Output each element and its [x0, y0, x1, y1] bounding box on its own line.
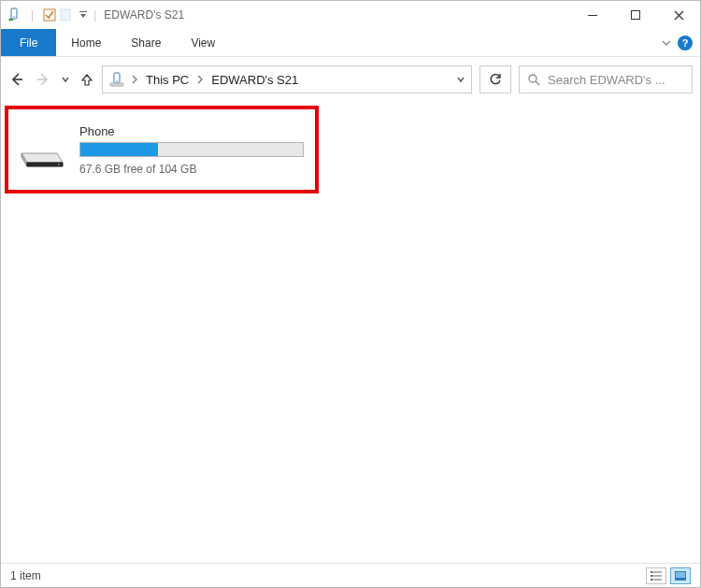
svg-marker-14	[21, 153, 63, 163]
drive-info: Phone 67.6 GB free of 104 GB	[79, 124, 306, 176]
drive-icon	[14, 122, 70, 178]
svg-line-13	[536, 81, 539, 85]
recent-locations-dropdown[interactable]	[61, 75, 70, 84]
storage-bar	[79, 142, 304, 157]
item-count: 1 item	[10, 569, 41, 582]
tab-share[interactable]: Share	[116, 29, 176, 56]
svg-point-10	[116, 80, 118, 82]
location-phone-icon	[108, 71, 125, 88]
search-input[interactable]	[548, 73, 684, 87]
svg-rect-6	[632, 11, 640, 20]
document-icon[interactable]	[60, 8, 71, 22]
svg-rect-11	[110, 83, 123, 86]
divider: |	[31, 8, 34, 22]
navigation-bar: This PC EDWARD's S21	[1, 57, 700, 102]
content-area[interactable]: Phone 67.6 GB free of 104 GB	[1, 102, 700, 563]
svg-point-17	[58, 164, 60, 165]
svg-rect-25	[676, 572, 685, 578]
highlighted-drive-item[interactable]: Phone 67.6 GB free of 104 GB	[5, 106, 319, 194]
maximize-button[interactable]	[614, 1, 657, 29]
breadcrumb-current[interactable]: EDWARD's S21	[209, 73, 300, 87]
view-toggle	[646, 567, 691, 584]
chevron-right-icon[interactable]	[131, 75, 138, 84]
svg-rect-22	[651, 575, 652, 577]
phone-sync-icon	[7, 7, 21, 22]
search-icon	[527, 73, 540, 86]
details-view-button[interactable]	[646, 567, 666, 584]
tab-file[interactable]: File	[1, 29, 56, 56]
refresh-button[interactable]	[479, 65, 511, 93]
divider: |	[93, 8, 96, 22]
up-button[interactable]	[79, 72, 94, 87]
chevron-right-icon[interactable]	[196, 75, 204, 84]
nav-arrows	[8, 71, 94, 88]
forward-button[interactable]	[35, 71, 51, 88]
svg-rect-2	[44, 9, 55, 21]
minimize-button[interactable]	[571, 1, 614, 29]
svg-point-1	[13, 16, 14, 17]
tiles-view-button[interactable]	[670, 567, 691, 584]
tab-view[interactable]: View	[176, 29, 230, 56]
svg-rect-4	[79, 11, 87, 12]
ribbon-tabs: File Home Share View ?	[1, 29, 700, 57]
explorer-window: | | EDWARD's S21 File	[0, 0, 701, 588]
status-bar: 1 item	[1, 563, 700, 587]
svg-marker-16	[27, 163, 63, 166]
svg-rect-21	[651, 571, 652, 573]
address-bar[interactable]: This PC EDWARD's S21	[102, 65, 472, 93]
svg-rect-23	[651, 579, 652, 581]
drive-name: Phone	[79, 124, 306, 138]
back-button[interactable]	[8, 71, 25, 88]
window-controls	[571, 1, 700, 29]
title-bar: | | EDWARD's S21	[1, 1, 700, 29]
close-button[interactable]	[657, 1, 700, 29]
help-button[interactable]: ?	[678, 36, 693, 50]
breadcrumb-this-pc[interactable]: This PC	[144, 73, 191, 87]
storage-text: 67.6 GB free of 104 GB	[79, 163, 306, 176]
qat-dropdown-icon[interactable]	[79, 10, 88, 20]
tab-home[interactable]: Home	[56, 29, 116, 56]
quick-access-toolbar: |	[7, 7, 88, 22]
address-dropdown-icon[interactable]	[456, 75, 465, 84]
ribbon-expand-icon[interactable]	[661, 37, 672, 49]
checkbox-icon[interactable]	[43, 8, 56, 22]
svg-rect-5	[588, 15, 597, 16]
storage-fill	[80, 143, 158, 156]
window-title: EDWARD's S21	[104, 8, 184, 22]
svg-point-12	[529, 75, 536, 82]
svg-rect-3	[61, 9, 70, 21]
search-box[interactable]	[519, 65, 693, 93]
